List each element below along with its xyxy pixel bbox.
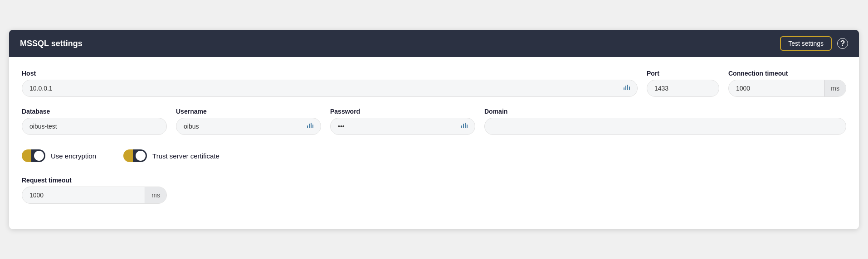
connection-timeout-input[interactable] bbox=[729, 80, 824, 96]
mssql-settings-panel: MSSQL settings Test settings ? Host bbox=[9, 30, 859, 229]
help-icon[interactable]: ? bbox=[837, 38, 848, 49]
password-input[interactable] bbox=[330, 118, 475, 135]
connection-timeout-suffix: ms bbox=[824, 80, 846, 96]
toggle-thumb-trust bbox=[136, 151, 146, 161]
database-input[interactable] bbox=[22, 118, 167, 135]
request-timeout-group: Request timeout ms bbox=[22, 177, 167, 204]
database-input-wrapper bbox=[22, 118, 167, 135]
username-input-wrapper bbox=[176, 118, 321, 135]
row-db-user-pass-domain: Database Username bbox=[22, 108, 846, 135]
use-encryption-label: Use encryption bbox=[51, 152, 96, 160]
trust-certificate-item: Trust server certificate bbox=[123, 149, 219, 162]
database-group: Database bbox=[22, 108, 167, 135]
trust-certificate-toggle[interactable] bbox=[123, 149, 147, 162]
domain-label: Domain bbox=[484, 108, 846, 115]
request-timeout-wrapper: ms bbox=[22, 187, 167, 204]
port-group: Port bbox=[647, 70, 719, 97]
port-input[interactable] bbox=[647, 80, 719, 97]
password-group: Password bbox=[330, 108, 475, 135]
database-label: Database bbox=[22, 108, 167, 115]
username-input[interactable] bbox=[176, 118, 321, 135]
host-label: Host bbox=[22, 70, 638, 77]
domain-input[interactable] bbox=[484, 118, 846, 135]
username-label: Username bbox=[176, 108, 321, 115]
username-group: Username bbox=[176, 108, 321, 135]
domain-input-wrapper bbox=[484, 118, 846, 135]
password-input-wrapper bbox=[330, 118, 475, 135]
header: MSSQL settings Test settings ? bbox=[9, 30, 859, 57]
domain-group: Domain bbox=[484, 108, 846, 135]
header-actions: Test settings ? bbox=[780, 36, 848, 51]
request-timeout-input[interactable] bbox=[22, 187, 145, 203]
form-content: Host Port bbox=[9, 57, 859, 229]
connection-timeout-label: Connection timeout bbox=[728, 70, 846, 77]
host-input-wrapper bbox=[22, 80, 638, 97]
password-label: Password bbox=[330, 108, 475, 115]
request-timeout-suffix: ms bbox=[145, 187, 166, 203]
toggle-thumb-encryption bbox=[34, 151, 44, 161]
host-group: Host bbox=[22, 70, 638, 97]
use-encryption-toggle[interactable] bbox=[22, 149, 45, 162]
page-title: MSSQL settings bbox=[20, 39, 83, 48]
row-host-port-timeout: Host Port bbox=[22, 70, 846, 97]
toggle-row: Use encryption Trust server certificate bbox=[22, 146, 846, 166]
request-timeout-label: Request timeout bbox=[22, 177, 167, 184]
trust-certificate-label: Trust server certificate bbox=[152, 152, 219, 160]
port-label: Port bbox=[647, 70, 719, 77]
connection-timeout-wrapper: ms bbox=[728, 80, 846, 97]
port-input-wrapper bbox=[647, 80, 719, 97]
connection-timeout-group: Connection timeout ms bbox=[728, 70, 846, 97]
test-settings-button[interactable]: Test settings bbox=[780, 36, 832, 51]
use-encryption-item: Use encryption bbox=[22, 149, 96, 162]
host-input[interactable] bbox=[22, 80, 638, 97]
row-request-timeout: Request timeout ms bbox=[22, 177, 846, 204]
